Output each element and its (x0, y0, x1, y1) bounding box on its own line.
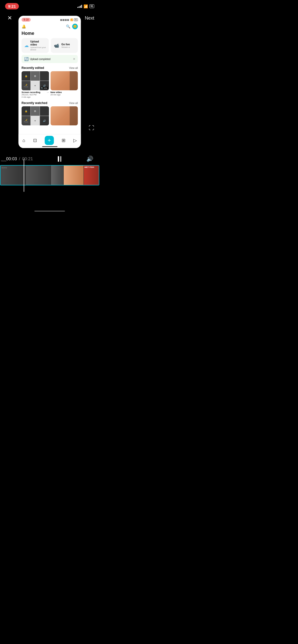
timeline-strip-5: WET FISH (84, 166, 99, 185)
nav-library-button[interactable]: ⊡ (33, 138, 37, 143)
thumb-cell-1: 🔒 (22, 71, 31, 81)
timeline-strip-1: Home (1, 166, 25, 185)
video-ago: 4 min ago (22, 96, 40, 98)
thumb-cell-3 (40, 71, 49, 81)
nav-analytics-button[interactable]: ⊞ (62, 138, 65, 143)
inner-header: 🔔 🔍 😊 (19, 23, 81, 30)
inner-status-icons: ▩▩▩▩ 📶 91 (60, 18, 78, 21)
next-button[interactable]: Next (85, 16, 94, 21)
go-live-icon: 📹 (53, 42, 60, 49)
upload-video-subtitle: Upload from your device (30, 46, 46, 51)
go-live-subtitle: Stream a (61, 46, 70, 48)
rw-thumb-cell-3 (40, 106, 49, 116)
recently-watched-thumb-2 (50, 106, 78, 125)
upload-options-row: ☁ Upload video Upload from your device 📹… (19, 38, 81, 55)
new-video-ago: 29 min ago (50, 94, 78, 96)
new-video-name: New video (50, 91, 78, 94)
rw-thumb-cell-5: ✦ (31, 116, 40, 125)
go-live-title: Go live (61, 43, 70, 46)
timeline-strip-4 (64, 166, 84, 185)
recently-edited-videos: 🔒 ⊞ 🌙 Focus ✦ 🔊 📷 0:01 (19, 71, 81, 100)
home-indicator (34, 211, 65, 212)
inner-bottom-nav: ⌂ ⊡ + ⊞ ▷ (19, 134, 81, 148)
status-time: 9:21 (5, 3, 19, 9)
inner-wifi-icon: 📶 (70, 19, 73, 21)
recently-watched-videos: 🔒 ⊞ 🌙 Focus ✦ 🔊 (19, 106, 81, 127)
timeline-strip-2: Home (26, 166, 51, 185)
video-date: 291223, 910 PM (22, 94, 40, 96)
inner-status-bar: 9:18 ▩▩▩▩ 📶 91 (19, 16, 81, 23)
recently-watched-view-all[interactable]: View all (69, 102, 78, 105)
inner-header-actions: 🔍 😊 (66, 24, 78, 29)
profile-icon: ▷ (73, 138, 77, 143)
thumb-cell-2: ⊞ (31, 71, 40, 81)
inner-battery-icon: 91 (74, 18, 78, 21)
home-title: Home (19, 30, 81, 38)
recently-watched-card-2[interactable] (50, 106, 78, 125)
timeline-area[interactable]: Home Home WET FISH (0, 159, 99, 192)
video-thumbnail-new-video (50, 71, 78, 90)
timeline-strip-3 (51, 166, 63, 185)
plus-icon: + (48, 137, 51, 144)
video-card-new-video[interactable]: New video 29 min ago (50, 71, 78, 98)
recently-edited-view-all[interactable]: View all (69, 67, 78, 69)
upload-banner-close-button[interactable]: ✕ (73, 57, 75, 61)
camera-icon: 📷 (41, 87, 43, 89)
thumb-cell-4: 🌙 Focus (22, 81, 31, 90)
fullscreen-icon: ⛶ (89, 125, 94, 131)
library-icon: ⊡ (33, 138, 37, 143)
recently-watched-thumb-1: 🔒 ⊞ 🌙 Focus ✦ 🔊 (22, 106, 49, 125)
rw-thumb-cell-1: 🔒 (22, 106, 31, 116)
upload-video-card[interactable]: ☁ Upload video Upload from your device (22, 38, 49, 53)
search-icon[interactable]: 🔍 (66, 24, 70, 28)
video-meta-new-video: New video 29 min ago (50, 90, 78, 96)
recently-edited-header: Recently edited View all (19, 65, 81, 71)
video-thumbnail-screen-recording: 🔒 ⊞ 🌙 Focus ✦ 🔊 📷 0:01 (22, 71, 49, 90)
video-name: Screen recording (22, 91, 40, 94)
status-bar: 9:21 📶 91 (0, 0, 99, 11)
nav-create-button[interactable]: + (45, 136, 54, 145)
video-more-button[interactable]: ··· (47, 91, 49, 94)
upload-completed-banner: 🔄 Upload completed ✕ (22, 55, 78, 63)
home-indicator-inner (42, 146, 57, 147)
bell-icon[interactable]: 🔔 (22, 24, 26, 28)
phone-screen: 9:18 ▩▩▩▩ 📶 91 🔔 🔍 😊 Home ☁ Upload video… (19, 16, 81, 148)
timeline-scrubber[interactable]: Home Home WET FISH (0, 165, 99, 185)
recently-watched-title: Recently watched (22, 101, 47, 105)
upload-video-title: Upload video (30, 40, 46, 46)
rw-thumb-cell-4: 🌙 Focus (22, 116, 31, 125)
inner-signal-icon: ▩▩▩▩ (60, 19, 69, 21)
recently-watched-card-1[interactable]: 🔒 ⊞ 🌙 Focus ✦ 🔊 (22, 106, 49, 125)
recently-edited-title: Recently edited (22, 66, 44, 70)
rw-thumb-cell-2: ⊞ (31, 106, 40, 116)
close-button[interactable]: ✕ (5, 13, 14, 23)
video-card-screen-recording[interactable]: 🔒 ⊞ 🌙 Focus ✦ 🔊 📷 0:01 (22, 71, 49, 98)
upload-completed-icon: 🔄 (24, 57, 29, 61)
recently-watched-header: Recently watched View all (19, 100, 81, 106)
wifi-icon: 📶 (84, 4, 88, 8)
upload-completed-text: Upload completed (30, 58, 51, 61)
nav-profile-button[interactable]: ▷ (73, 138, 77, 143)
signal-bars-icon (77, 5, 82, 8)
avatar[interactable]: 😊 (72, 24, 78, 29)
rw-thumb-cell-6: 🔊 (40, 116, 49, 125)
go-live-card[interactable]: 📹 Go live Stream a (51, 38, 78, 53)
status-icons: 📶 91 (77, 4, 94, 8)
video-meta-screen-recording: Screen recording 291223, 910 PM 4 min ag… (22, 90, 49, 98)
playhead (24, 159, 24, 192)
video-duration-badge: 📷 0:01 (40, 87, 48, 89)
home-icon: ⌂ (22, 138, 25, 143)
thumb-cell-5: ✦ (31, 81, 40, 90)
nav-home-button[interactable]: ⌂ (22, 138, 25, 143)
battery-icon: 91 (89, 4, 94, 8)
analytics-icon: ⊞ (62, 138, 65, 143)
inner-status-time: 9:18 (22, 18, 31, 22)
upload-cloud-icon: ☁ (24, 42, 29, 49)
